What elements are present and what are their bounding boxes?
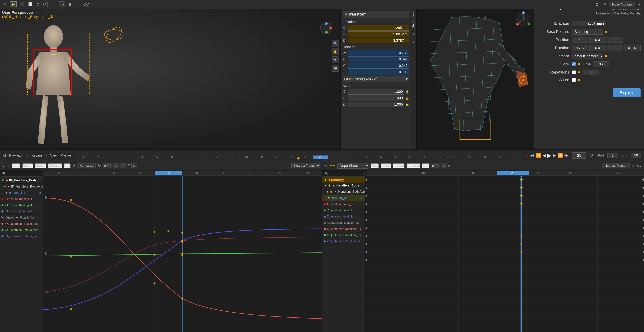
play-btn[interactable]: ▶ — [547, 153, 551, 159]
rotation-w-input[interactable] — [348, 50, 409, 56]
dope-track-yquat[interactable]: Y Quaternion Rotation (t(k — [322, 232, 365, 238]
position-z-input[interactable] — [607, 37, 623, 43]
graph-tool-2[interactable]: ⚠ — [113, 163, 119, 168]
mode-toggle[interactable]: ◱ — [2, 1, 8, 7]
dope-track-zquat[interactable]: Z Quaternion Rotation (t(k — [322, 238, 365, 245]
export-button[interactable]: Export — [612, 88, 640, 97]
rotation-z-input[interactable] — [624, 45, 640, 51]
dope-track-xloc[interactable]: X Location (hand_ik.L — [322, 201, 365, 207]
view-material[interactable]: ◻ — [35, 1, 41, 7]
dope-channel-menu[interactable]: Channel — [406, 164, 420, 168]
graph-track-xquat[interactable]: X Quaternion Rotatio(that — [0, 221, 43, 227]
repetitions-input[interactable] — [582, 70, 599, 75]
scale-z-input[interactable] — [348, 102, 404, 107]
rotation-w-input[interactable] — [572, 45, 588, 51]
graph-view-menu[interactable]: View — [12, 164, 20, 168]
graph-select-menu[interactable]: Select — [22, 164, 33, 168]
camera-tool[interactable]: 📷 — [332, 56, 339, 63]
step-back-btn[interactable]: ⏪ — [536, 153, 541, 158]
tab-tool[interactable]: Tool — [412, 20, 415, 29]
tab-item[interactable]: Item — [412, 29, 415, 38]
snap-toggle[interactable]: ⊞ — [67, 1, 73, 7]
playback-menu-btn[interactable]: Playback — [9, 154, 23, 158]
dope-track-yloc[interactable]: Y Location (hand_ik.l — [322, 207, 365, 213]
quaternion-header[interactable]: Quaternion (WXYZ) ▾ — [342, 76, 409, 82]
graph-search-input[interactable] — [1, 171, 42, 176]
location-y-input[interactable] — [348, 31, 409, 37]
scale-x-input[interactable] — [348, 89, 404, 95]
rotation-z-input[interactable] — [348, 69, 409, 75]
normalize-btn[interactable]: Normalize — [77, 163, 96, 168]
grid-tool[interactable]: ⊞ — [332, 65, 339, 72]
start-frame-input[interactable] — [608, 153, 618, 158]
dope-summary-row[interactable]: ▼ Summary — [322, 177, 365, 182]
repetitions-checkbox[interactable] — [572, 70, 576, 74]
dope-search-input[interactable] — [323, 171, 365, 176]
pose-options-arrow[interactable]: ▾ — [638, 1, 642, 7]
location-x-input[interactable] — [348, 25, 409, 31]
scale-y-input[interactable] — [348, 95, 404, 101]
dope-mode-btn[interactable]: ◁ — [324, 164, 328, 168]
search-tool[interactable]: 🔍 — [332, 40, 339, 47]
jump-start-btn[interactable]: ⏮ — [530, 153, 534, 158]
view-render[interactable]: ⬡ — [42, 1, 48, 7]
current-frame-input[interactable] — [572, 153, 586, 159]
graph-track-zloc[interactable]: Z Location (hand_ik.l — [0, 208, 43, 215]
dope-tool-1[interactable]: ▶⬛ — [431, 163, 440, 168]
dope-sheet-type[interactable]: Dope Sheet — [338, 163, 368, 168]
rotation-y-input[interactable] — [607, 45, 623, 51]
graph-track-handlers-body[interactable]: ▼ ✱ IK_Handlers_Body — [0, 177, 43, 183]
xray-toggle[interactable]: ⊡ — [594, 1, 600, 7]
dope-track-zloc[interactable]: Z Location (hand_ik.L — [322, 213, 365, 220]
graph-nearest-frame[interactable]: Nearest Frame — [292, 163, 320, 168]
graph-track-yloc[interactable]: Y Location (hand_ik.l — [0, 202, 43, 208]
camera-select[interactable]: default_camera — [572, 53, 603, 59]
keying-menu-btn[interactable]: Keying — [32, 154, 42, 158]
next-key-btn[interactable]: ▶ — [552, 153, 556, 158]
base-posture-select[interactable]: Standing — [572, 29, 603, 35]
graph-marker-menu[interactable]: Marker — [35, 164, 46, 168]
close-panel[interactable]: ✕ — [602, 1, 608, 7]
view-wire[interactable]: ⬜ — [27, 1, 34, 7]
record-btn[interactable]: ● — [526, 153, 528, 158]
dope-track-wquat[interactable]: W Quaternion Rotation (han — [322, 220, 365, 226]
dope-keyframe-area[interactable]: 0 10 20 28 30 40 50 — [366, 170, 644, 332]
time-input[interactable] — [592, 61, 609, 67]
graph-channel-menu[interactable]: Channel — [48, 164, 62, 168]
timeline-mode-btn[interactable]: ◁ — [3, 153, 6, 158]
jump-end-btn[interactable]: ⏭ — [564, 153, 569, 158]
location-z-input[interactable] — [348, 38, 409, 43]
rotation-y-input[interactable] — [348, 63, 409, 69]
pose-options-btn[interactable]: Pose Options — [610, 1, 636, 7]
tab-view[interactable]: View — [412, 11, 415, 20]
clock-checkbox[interactable] — [572, 62, 576, 66]
view-solid[interactable]: ⬛ — [18, 1, 26, 7]
graph-track-zquat[interactable]: Z Quaternion Rotatio(that — [0, 233, 43, 239]
view-menu-btn[interactable]: View — [50, 154, 58, 158]
overlay-toggle[interactable]: ⬡⬡ — [82, 1, 90, 7]
prev-key-btn[interactable]: ◀ — [542, 153, 546, 158]
dope-track-handlers-action[interactable]: ▼ ✱ IK_Handlers_BodyAction — [322, 189, 365, 195]
graph-key-menu[interactable]: Key — [64, 164, 70, 168]
curve-area[interactable]: -10 0 10 20 28 30 40 50 60 70 — [43, 170, 322, 332]
tab-4l[interactable]: 4L — [412, 38, 415, 44]
graph-tool-3[interactable]: ⬛ — [120, 163, 127, 168]
position-x-input[interactable] — [572, 37, 588, 43]
rotation-x-input[interactable] — [589, 45, 606, 51]
step-fwd-btn[interactable]: ⏩ — [558, 153, 563, 158]
graph-track-wquat[interactable]: W Quaternion Rotatio(the — [0, 215, 43, 221]
dope-track-handlers-body[interactable]: ▼ ✱ IK_Handlers_Body — [322, 182, 365, 189]
navigation-gizmo[interactable]: Z X Y — [320, 21, 333, 36]
graph-track-handlers-action[interactable]: ▼ ✱ IK_Handlers_BodyAction — [0, 183, 43, 190]
dope-marker-menu[interactable]: Marker — [393, 164, 404, 168]
cursor-tool[interactable]: ▶ — [10, 1, 16, 7]
graph-track-yquat[interactable]: Y Quaternion Rotatio(ther — [0, 227, 43, 233]
pan-tool[interactable]: ✋ — [332, 48, 339, 55]
proportional-edit[interactable]: ○ — [75, 2, 80, 7]
dope-tool-2[interactable]: ⚠ — [441, 163, 447, 168]
dope-track-xquat[interactable]: X Quaternion Rotation (t(k — [322, 226, 365, 232]
dope-key-menu[interactable]: Key — [422, 164, 429, 168]
marker-menu-btn[interactable]: Marker — [60, 154, 71, 158]
graph-display-btn[interactable]: ⊞ — [132, 163, 137, 168]
position-y-input[interactable] — [589, 37, 606, 43]
